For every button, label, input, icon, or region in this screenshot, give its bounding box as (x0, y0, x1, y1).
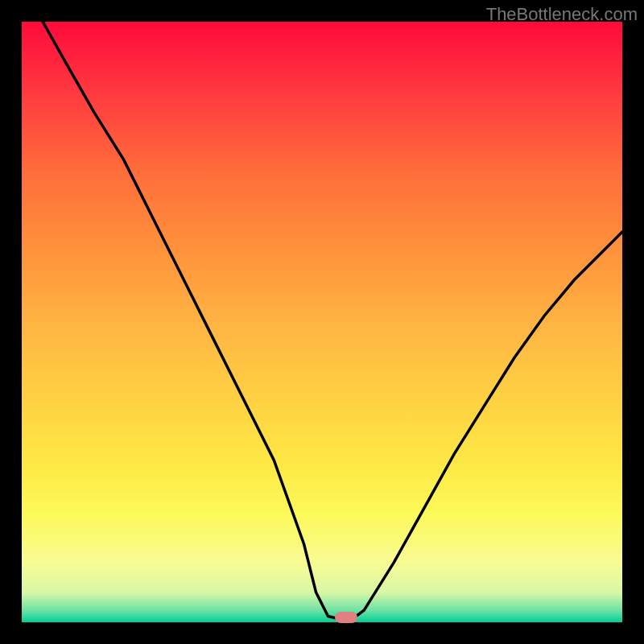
chart-gradient-canvas (22, 22, 622, 622)
bottleneck-curve (22, 22, 622, 622)
bottleneck-marker (335, 612, 357, 623)
watermark-text: TheBottleneck.com (486, 4, 638, 25)
